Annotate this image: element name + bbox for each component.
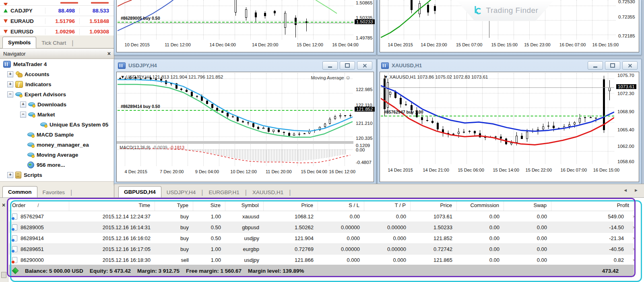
column-header-s-l[interactable]: S / L (318, 200, 364, 211)
tree-expander[interactable]: + (7, 81, 13, 87)
restore-button[interactable] (605, 61, 620, 70)
tab-favorites[interactable]: Favorites (37, 188, 70, 197)
tree-expander[interactable]: + (7, 172, 13, 178)
chart-tab-xauusd-h1[interactable]: XAUUSD,H1 (247, 188, 289, 197)
close-order-icon[interactable]: × (632, 214, 636, 220)
order-row[interactable]: 862894142015.12.16 16:16:02buy0.50usdjpy… (9, 233, 634, 244)
tree-item-label: MetaTrader 4 (13, 61, 47, 67)
order-row[interactable]: 862896512015.12.16 16:17:05buy1.00eurgbp… (9, 244, 634, 255)
macd-histogram-bar (268, 149, 268, 162)
navigator-close-icon[interactable]: × (107, 51, 111, 56)
tree-item-money-manager-ea[interactable]: money_manager_ea (0, 140, 114, 150)
price-label: 1065.40 (617, 127, 634, 132)
column-header-label: Time (139, 202, 150, 208)
minimize-button[interactable] (322, 61, 338, 70)
price-chart-gbpusd[interactable]: #86289005 buy 0.50 (118, 0, 353, 39)
tree-item-metatrader-4[interactable]: MetaTrader 4 (0, 59, 114, 69)
price-chart-usdjpy[interactable]: #86289414 buy 0.50▼ USDJPY,H4 121.813 12… (118, 73, 353, 141)
tree-expander[interactable]: − (20, 112, 26, 118)
time-axis-label: 11 Dec 20:00 (266, 169, 292, 174)
macd-histogram-bar (205, 149, 206, 152)
order-row[interactable]: 857629472015.12.14 12:24:37buy1.00xauusd… (9, 211, 634, 222)
tree-item-macd-sample[interactable]: MACD Sample (0, 130, 114, 140)
grid-line-v (419, 73, 420, 164)
balance-item: Margin level: 139.89% (248, 268, 304, 274)
candle (421, 117, 423, 120)
tree-item-scripts[interactable]: +Scripts (0, 170, 114, 180)
tree-item-label: Scripts (24, 172, 42, 178)
tab-scroll-left-icon[interactable]: ◄ (623, 188, 627, 193)
tree-item-unique-eas-system-05[interactable]: Unique EAs System 05 (0, 120, 114, 130)
market-row[interactable]: CADJPY88.49888.533 (0, 6, 114, 16)
chart-tab-gbpusd-h4[interactable]: GBPUSD,H4 (118, 186, 161, 198)
macd-histogram-bar (250, 149, 251, 160)
chart-tab-eurgbp-h1[interactable]: EURGBP,H1 (203, 188, 244, 197)
tree-item-market[interactable]: −Market (0, 110, 114, 120)
candle (437, 123, 439, 129)
window-titlebar-xauusd[interactable]: XAUUSD,H1 (378, 59, 641, 72)
macd-histogram-bar (191, 149, 191, 150)
column-header-order[interactable]: Order/ (9, 200, 69, 211)
column-header-swap[interactable]: Swap (504, 200, 551, 211)
price-chart-xauusd[interactable]: #85762947 buy 1.00▼ XAUUSD,H1 1073.86 10… (381, 73, 614, 164)
chart-window-usdjpy[interactable]: USDJPY,H4 #86289414 buy 0.50▼ USDJPY,H4 … (114, 59, 376, 185)
macd-histogram-bar (244, 149, 244, 160)
price-label: 1072.30 (617, 91, 634, 96)
tab-tick-chart[interactable]: Tick Chart (36, 38, 71, 48)
tree-item-moving-average[interactable]: Moving Average (0, 150, 114, 160)
column-header-size[interactable]: Size (193, 200, 225, 211)
price-label: 1.50865 (356, 0, 373, 5)
candle (400, 98, 402, 104)
grid-line-v (329, 73, 329, 141)
tree-item-accounts[interactable]: +Accounts (0, 69, 114, 79)
tree-item-expert-advisors[interactable]: −Expert Advisors (0, 89, 114, 100)
column-header-time[interactable]: Time (69, 200, 155, 211)
macd-indicator-pane[interactable]: MACD(12,26,9)-0.0039-0.1813 (118, 144, 353, 166)
chart-window-xauusd[interactable]: XAUUSD,H1 #85762947 buy 1.00▼ XAUUSD,H1 … (377, 59, 642, 185)
close-button[interactable] (357, 61, 372, 70)
tree-item-downloads[interactable]: +Downloads (0, 100, 114, 110)
tab-common[interactable]: Common (2, 186, 37, 198)
order-row[interactable]: 862900002015.12.16 16:18:30sell1.00usdjp… (9, 255, 634, 265)
order-cell-profit: -14.50× (551, 224, 634, 230)
column-header-profit[interactable]: Profit (551, 200, 634, 211)
order-cell-time: 2015.12.16 16:14:31 (69, 224, 155, 230)
order-cell-order: 85762947 (9, 214, 69, 220)
column-header-commission[interactable]: Commission (457, 200, 504, 211)
candle (463, 132, 465, 133)
close-button[interactable] (622, 61, 638, 70)
macd-histogram-bar (321, 149, 322, 158)
column-header-price[interactable]: Price (264, 200, 318, 211)
order-cell-tp: 0.00000 (364, 224, 411, 230)
close-order-icon[interactable]: × (632, 235, 636, 241)
clipped-price-text (60, 2, 78, 4)
column-header-price[interactable]: Price (411, 200, 457, 211)
order-cell-commission: 0.00 (457, 246, 504, 252)
candle (221, 111, 223, 112)
tree-item-956-more-[interactable]: 956 more... (0, 160, 114, 170)
restore-button[interactable] (340, 61, 355, 70)
column-header-type[interactable]: Type (155, 200, 193, 211)
order-row[interactable]: 862890052015.12.16 16:14:31buy0.50gbpusd… (9, 222, 634, 233)
terminal-close-icon[interactable]: × (2, 203, 5, 207)
tree-expander[interactable]: − (7, 91, 13, 97)
indicator-splitter[interactable] (117, 141, 353, 143)
tree-expander[interactable]: + (7, 71, 13, 77)
close-order-icon[interactable]: × (632, 224, 636, 230)
tree-expander[interactable]: + (20, 102, 26, 108)
chart-tab-usdjpy-h4[interactable]: USDJPY,H4 (161, 188, 201, 197)
window-titlebar-usdjpy[interactable]: USDJPY,H4 (114, 59, 376, 72)
column-header-t-p[interactable]: T / P (364, 200, 411, 211)
grid-line-h (381, 35, 616, 35)
column-header-symbol[interactable]: Symbol (225, 200, 264, 211)
minimize-button[interactable] (588, 61, 603, 70)
tree-item-indicators[interactable]: +Indicators (0, 79, 114, 89)
tree-item-label: Market (37, 112, 55, 118)
candle (532, 131, 534, 132)
market-row[interactable]: EURAUD1.517961.51848 (0, 16, 114, 27)
close-order-icon[interactable]: × (632, 246, 636, 252)
close-order-icon[interactable]: × (632, 257, 636, 263)
tab-symbols[interactable]: Symbols (2, 37, 36, 48)
tab-scroll-right-icon[interactable]: ► (634, 188, 638, 193)
chart-window-gbpusd[interactable]: #86289005 buy 0.50 1.508651.503351.49785… (114, 0, 376, 55)
